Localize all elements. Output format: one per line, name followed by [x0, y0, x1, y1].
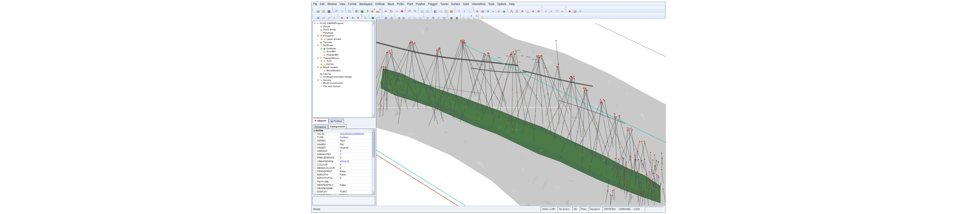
- join-lines-button[interactable]: ✓: [544, 7, 549, 12]
- menu-edit[interactable]: Edit: [319, 2, 326, 6]
- menu-surface[interactable]: Surface: [450, 2, 462, 6]
- property-value[interactable]: 0: [339, 163, 375, 166]
- property-value[interactable]: 0: [339, 177, 375, 180]
- render-fill-button[interactable]: ▣: [360, 7, 365, 12]
- tree-item-pittin[interactable]: ⊞▨PitTIN: [313, 63, 375, 66]
- property-value[interactable]: False: [339, 170, 375, 173]
- properties-button[interactable]: ⊡: [347, 7, 352, 12]
- property-row-colour[interactable]: COLOUR0: [313, 163, 375, 167]
- property-value[interactable]: 3: [339, 156, 375, 159]
- lighting-button[interactable]: ◆▾: [371, 7, 375, 12]
- delete-points-button[interactable]: ✕: [475, 7, 480, 12]
- measure-button[interactable]: ▬▾: [376, 7, 381, 12]
- expand-icon[interactable]: ⊞: [320, 60, 323, 63]
- view-back-button[interactable]: ◀: [396, 13, 401, 18]
- property-value[interactable]: [339, 187, 375, 190]
- property-value[interactable]: [339, 180, 375, 183]
- property-row-tin-id[interactable]: TIN-ID101115142124000001: [313, 133, 375, 136]
- menu-help[interactable]: Help: [508, 2, 516, 6]
- menu-format[interactable]: Format: [346, 2, 358, 6]
- property-value[interactable]: 2: [339, 150, 375, 153]
- menu-file[interactable]: File: [312, 2, 319, 6]
- expand-icon[interactable]: ⊞: [320, 47, 323, 51]
- scroll-thumb[interactable]: [372, 132, 375, 157]
- dropdown-arrow-icon[interactable]: ▾: [374, 7, 375, 12]
- rectangle-tool-button[interactable]: ▭: [321, 13, 326, 18]
- collapse-icon[interactable]: ⊟: [313, 22, 316, 25]
- property-row-variant[interactable]: VARIANT2: [313, 150, 375, 153]
- point-delete-button[interactable]: ✕: [520, 7, 525, 12]
- tree-item-point-areas[interactable]: ◍Point areas: [313, 28, 375, 32]
- tree-item-blockmodels[interactable]: ▨BlockModels: [313, 69, 375, 73]
- tree-item-underground-blast-design[interactable]: ◎Underground-blast design: [313, 75, 375, 79]
- brush-button[interactable]: ✎: [363, 13, 368, 18]
- star-tool-button[interactable]: ✦: [531, 7, 536, 12]
- open-folder-button[interactable]: ▨: [321, 7, 326, 12]
- rotate-button[interactable]: ↻: [389, 7, 394, 12]
- tree-item-layer-groups[interactable]: ⊞▤Layer groups: [313, 38, 375, 41]
- tree-item-survey[interactable]: ⊞⅄Survey: [313, 79, 375, 82]
- point-edit-button[interactable]: ⋀: [509, 7, 514, 12]
- point-star-2-button[interactable]: ✦: [345, 13, 350, 18]
- menu-point[interactable]: Point: [406, 2, 414, 6]
- toolbar-grip[interactable]: [312, 14, 314, 18]
- property-row-display[interactable]: DISPLAYTOPO: [313, 190, 375, 194]
- bearing-button[interactable]: ⌐: [491, 7, 496, 12]
- filter-button[interactable]: ⋎: [578, 7, 583, 12]
- tree-item-tina[interactable]: ⊞▨TinA: [313, 60, 375, 63]
- sort-both-button[interactable]: ↕: [462, 7, 467, 12]
- menu-drillhole[interactable]: Drillhole: [374, 2, 386, 6]
- tree-item-block-models[interactable]: ⊟▦Block models: [313, 66, 375, 69]
- sort-descending-button[interactable]: ↓: [467, 7, 472, 12]
- property-row-smooth[interactable]: SMOOTHFalse: [313, 173, 375, 177]
- view-redo-button[interactable]: ↷: [412, 7, 417, 12]
- point-move-button[interactable]: ⋀: [514, 7, 519, 12]
- menu-window[interactable]: Window: [326, 2, 338, 6]
- point-star-3-button[interactable]: ✦: [350, 13, 355, 18]
- navigate-button[interactable]: ↟: [365, 7, 370, 12]
- property-value[interactable]: Surface: [339, 136, 375, 139]
- property-value[interactable]: False: [339, 184, 375, 187]
- dropdown-arrow-icon[interactable]: ▾: [476, 13, 478, 18]
- property-row-name1[interactable]: NAME1Topo: [313, 139, 375, 143]
- tree-item-polygons[interactable]: ⊞❖Polygons: [313, 34, 375, 38]
- blank-window-button[interactable]: ▭: [438, 7, 443, 12]
- collapse-icon[interactable]: ⊟: [317, 57, 319, 60]
- scroll-down-icon[interactable]: ▼: [372, 114, 375, 117]
- collapse-icon[interactable]: ⊟: [313, 129, 316, 132]
- zoom-out-button[interactable]: ⊖: [389, 13, 394, 18]
- menu-pcbc[interactable]: PCBC: [395, 2, 405, 6]
- property-row-smoothtol[interactable]: SMOOTHTOL0: [313, 177, 375, 180]
- cut-button[interactable]: ✂: [383, 7, 388, 12]
- trim-button[interactable]: ⌐: [560, 7, 565, 12]
- orbit-button[interactable]: ◔: [394, 7, 399, 12]
- collapse-icon[interactable]: ⊟: [317, 44, 319, 47]
- property-row-meshcolour[interactable]: MESHCOLOUR0: [313, 167, 375, 170]
- menu-block[interactable]: Block: [386, 2, 395, 6]
- property-row-createdate[interactable]: CREATEDATE10/11/15: [313, 160, 375, 163]
- join-strings-button[interactable]: ✓: [549, 7, 554, 12]
- tree-item-project-root[interactable]: ⊟●D:\01_GEMSProjects: [313, 22, 375, 25]
- sort-ascending-button[interactable]: ↑: [456, 7, 461, 12]
- scroll-up-icon[interactable]: ▲: [372, 21, 375, 24]
- plane-tool-button[interactable]: ▱: [327, 13, 332, 18]
- tree-scrollbar[interactable]: ▲ ▼: [372, 21, 375, 117]
- tree-item-pits-and-dumps[interactable]: ✓Pits and dumps: [313, 85, 375, 88]
- zoom-extents-button[interactable]: ⊡: [441, 13, 446, 18]
- triangle-mesh-button[interactable]: △: [332, 13, 337, 18]
- tree-item-drillhole-db[interactable]: ⊞▣DrillHole: [313, 47, 375, 51]
- property-value[interactable]: Topo: [339, 139, 375, 142]
- point-star-4-button[interactable]: ✦: [356, 13, 361, 18]
- palette-button[interactable]: ▩: [449, 7, 454, 12]
- zoom-in-button[interactable]: ⊕: [383, 13, 388, 18]
- tab-objects[interactable]: ❖Objects: [312, 118, 329, 123]
- tree-item-caving[interactable]: ▧Caving: [313, 73, 375, 76]
- view-side-button[interactable]: ▭: [418, 13, 423, 18]
- property-value[interactable]: TOPO: [339, 190, 375, 193]
- property-row-texture[interactable]: TEXTURE: [313, 180, 375, 184]
- property-row-name2[interactable]: NAME2Old: [313, 143, 375, 146]
- property-row-precedence[interactable]: PRECEDENCE3: [313, 156, 375, 160]
- property-row-type[interactable]: TYPESurface: [313, 136, 375, 139]
- property-row-drapeapply[interactable]: DRAPEAPPLYFalse: [313, 184, 375, 187]
- attach-button[interactable]: ✚: [400, 7, 405, 12]
